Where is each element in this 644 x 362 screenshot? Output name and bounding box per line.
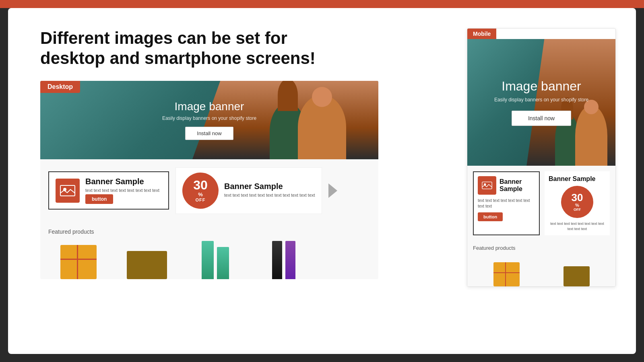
gift-box-icon [60, 245, 97, 279]
mobile-mockup: Mobile Image banner Easily display banne… [467, 28, 616, 287]
desktop-featured-section: Featured products [40, 222, 378, 279]
desktop-label: Desktop [40, 81, 80, 93]
main-container: Different images can be set for desktop … [8, 8, 636, 354]
product-ski-green [181, 239, 250, 279]
left-panel: Different images can be set for desktop … [40, 28, 451, 354]
card-1-button[interactable]: button [85, 194, 113, 204]
mobile-discount-circle: 30 % OFF [561, 186, 593, 218]
product-brown-box [113, 239, 181, 279]
desktop-banner-content: Image banner Easily display banners on y… [162, 100, 256, 140]
mobile-card-2-text: text text text text text text text text … [549, 221, 606, 231]
mobile-banner-cards: Banner Sample text text text text text t… [467, 166, 615, 241]
svg-rect-0 [60, 185, 75, 196]
ski-black-icon [272, 241, 282, 279]
mobile-discount-pct: % [575, 203, 579, 208]
person-head [312, 87, 332, 107]
mobile-card-1-title: Banner Sample [500, 178, 535, 193]
desktop-products-row [40, 239, 378, 279]
mobile-products-row [473, 254, 610, 286]
card-1-title: Banner Sample [85, 177, 159, 186]
mobile-banner-hero: Image banner Easily display banners on y… [467, 39, 615, 166]
product-ski-dark [250, 239, 318, 279]
card-1-text: Banner Sample text text text text text t… [85, 177, 159, 204]
card-1-body: text text text text text text text text … [85, 188, 159, 193]
svg-rect-2 [482, 182, 492, 189]
discount-pct: % [198, 191, 203, 197]
mobile-banner-content: Image banner Easily display banners on y… [486, 71, 597, 134]
mobile-featured-label: Featured products [473, 245, 610, 251]
main-title: Different images can be set for desktop … [40, 28, 322, 69]
mobile-card-1-header: Banner Sample [478, 176, 535, 195]
ski-purple-icon [285, 241, 295, 279]
product-gift-1 [44, 239, 113, 279]
mobile-card-1-button[interactable]: button [478, 212, 503, 221]
mobile-featured: Featured products [467, 241, 615, 286]
mobile-card-1: Banner Sample text text text text text t… [473, 171, 540, 235]
desktop-banner-title: Image banner [162, 100, 256, 113]
mobile-install-button[interactable]: Install now [512, 111, 571, 126]
card-2-text: Banner Sample text text text text text t… [224, 182, 315, 199]
desktop-install-button[interactable]: Install now [185, 127, 233, 140]
card-1-icon [56, 179, 80, 203]
mobile-card-1-icon [478, 176, 496, 195]
arrow-right-icon [328, 183, 337, 198]
desktop-banner-card-1: Banner Sample text text text text text t… [48, 171, 169, 210]
discount-circle: 30 % OFF [182, 173, 219, 209]
mobile-product-brown [543, 254, 610, 286]
mobile-card-2: Banner Sample 30 % OFF text text text te… [545, 171, 610, 235]
right-panel: Mobile Image banner Easily display banne… [467, 28, 616, 354]
desktop-featured-label: Featured products [40, 228, 378, 239]
card-2-title: Banner Sample [224, 182, 315, 191]
card-2-body: text text text text text text text text … [224, 193, 315, 197]
mobile-card-1-text: text text text text text text text text … [478, 198, 535, 209]
person-hair [278, 81, 298, 111]
mobile-product-gift [473, 254, 540, 286]
desktop-banner-cards: Banner Sample text text text text text t… [40, 159, 378, 222]
mobile-card-2-title: Banner Sample [549, 175, 595, 183]
person-figure-1 [298, 95, 346, 159]
mobile-banner-subtitle: Easily display banners on your shopify s… [494, 97, 588, 103]
ski-green-icon [202, 241, 214, 279]
desktop-banner-hero: Image banner Easily display banners on y… [40, 81, 378, 159]
ski-green-2-icon [217, 247, 229, 279]
mobile-discount-number: 30 [572, 192, 583, 203]
discount-number: 30 [193, 179, 208, 191]
mobile-banner-title: Image banner [494, 79, 588, 94]
desktop-banner-subtitle: Easily display banners on your shopify s… [162, 115, 256, 121]
mobile-label: Mobile [467, 29, 496, 39]
brown-box-icon [127, 251, 167, 279]
desktop-banner-card-2: 30 % OFF Banner Sample text text text te… [175, 167, 322, 214]
discount-off: OFF [196, 197, 206, 202]
desktop-mockup: Desktop Image banner Easily display bann… [40, 81, 378, 279]
top-bar [0, 0, 644, 8]
mobile-discount-off: OFF [574, 208, 581, 212]
